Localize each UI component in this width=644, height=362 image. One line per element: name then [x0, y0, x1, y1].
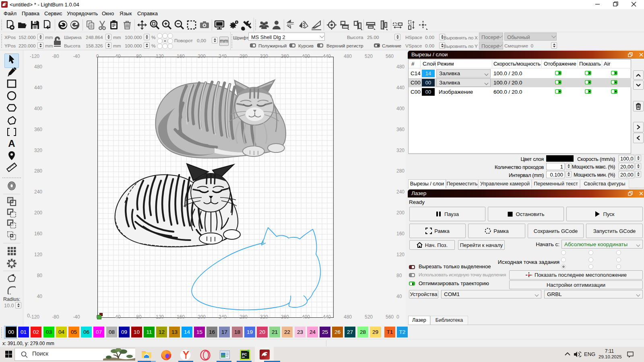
- svg-text:PC: PC: [242, 352, 247, 356]
- svg-text:A: A: [8, 138, 15, 149]
